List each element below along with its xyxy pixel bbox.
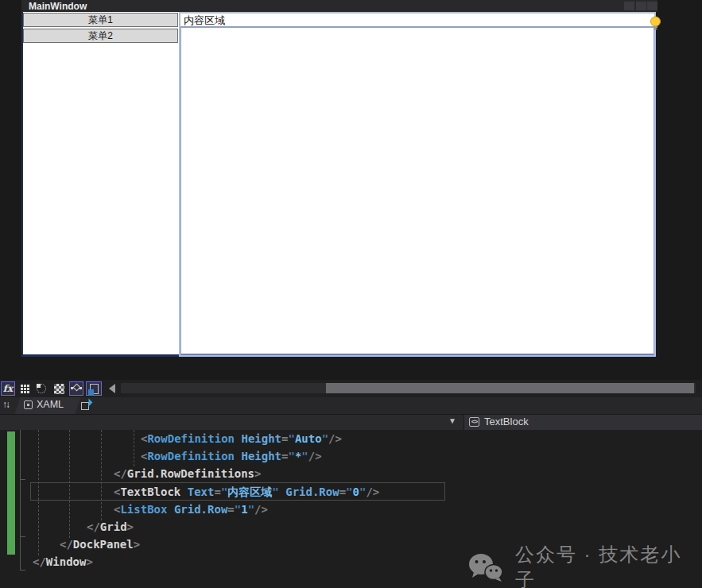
swap-panes-icon[interactable]: ↑↓ [2,399,9,410]
vs-xaml-designer-window: MainWindow 菜单1 菜单2 内容区域 fx ↑↓ XAML [0,0,702,588]
project-code-icon[interactable] [86,381,102,396]
designer-horizontal-scrollbar[interactable] [121,383,696,393]
watermark-text: 公众号 · 技术老小子 [515,542,702,588]
tab-xaml[interactable]: XAML [24,399,64,410]
scrollbar-thumb[interactable] [326,383,694,393]
pane-tab-row [0,397,702,414]
snapping-gridlines-icon[interactable] [35,382,48,395]
code-line[interactable]: </Window> [33,553,93,571]
designed-menu-button-1[interactable]: 菜单1 [23,13,178,27]
change-tracking-bar [7,431,15,555]
watermark: 公众号 · 技术老小子 [467,542,702,588]
nav-divider [463,414,464,430]
wechat-icon [467,552,504,582]
code-line[interactable]: </DockPanel> [60,536,140,553]
fx-effects-icon[interactable]: fx [1,381,15,396]
xaml-document-icon [24,400,33,409]
code-line[interactable]: </Grid> [87,518,134,536]
designed-listbox[interactable] [180,26,654,355]
pop-out-pane-icon[interactable] [81,400,91,410]
designed-grid-selection[interactable]: 内容区域 [179,12,656,357]
window-close-icon [647,2,657,10]
code-line[interactable]: <TextBlock Text="内容区域" Grid.Row="0"/> [114,483,379,501]
snaplines-icon[interactable] [69,381,83,396]
chevron-down-icon[interactable]: ▼ [448,416,456,425]
designed-window-titlebar [21,0,657,12]
lightbulb-adorner-icon[interactable] [649,16,662,31]
breadcrumb-element-name[interactable]: TextBlock [484,416,529,427]
element-icon: <> [469,417,479,427]
designed-window-title: MainWindow [29,1,87,12]
window-minimize-icon [624,2,634,10]
artboard-background-icon[interactable] [52,382,65,395]
snap-grid-icon[interactable] [18,382,31,395]
nav-bar-types-dropdown[interactable] [0,414,464,430]
code-line[interactable]: <RowDefinition Height="Auto"/> [141,430,342,447]
designed-menu-button-2[interactable]: 菜单2 [23,29,178,43]
code-line[interactable]: </Grid.RowDefinitions> [114,465,261,482]
window-maximize-icon [636,2,646,10]
code-line[interactable]: <RowDefinition Height="*"/> [141,447,322,465]
code-line[interactable]: <ListBox Grid.Row="1"/> [114,501,268,518]
designed-dock-panel[interactable] [21,12,179,357]
outlining-margin[interactable] [20,430,21,571]
scroll-left-icon[interactable] [109,384,115,393]
